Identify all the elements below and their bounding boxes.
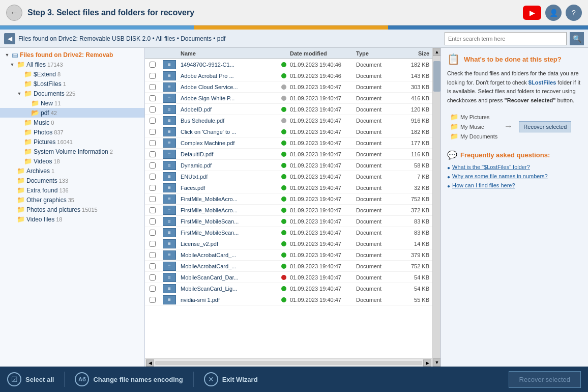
row-checkbox-11[interactable] [145,185,160,191]
row-checkbox-3[interactable] [145,95,160,101]
row-checkbox-12[interactable] [145,196,160,202]
tree-item-videofiles[interactable]: 📁 Video files 18 [0,214,144,224]
checkbox-15[interactable] [150,230,156,236]
checkbox-3[interactable] [150,95,156,101]
tree-item-music[interactable]: 📁 Music 0 [0,118,144,127]
checkbox-4[interactable] [150,106,156,113]
checkbox-6[interactable] [150,129,156,135]
row-checkbox-4[interactable] [145,106,160,113]
user-button[interactable]: 👤 [545,5,562,21]
hscroll-right-arrow[interactable]: ▶ [423,359,431,367]
row-checkbox-19[interactable] [145,274,160,281]
checkbox-11[interactable] [150,185,156,191]
checkbox-8[interactable] [150,151,156,157]
checkbox-14[interactable] [150,218,156,225]
row-checkbox-15[interactable] [145,230,160,236]
tree-expand-allfiles[interactable]: ▼ [9,62,15,67]
youtube-button[interactable] [523,6,541,20]
tree-item-othergraphics[interactable]: 📁 Other graphics 35 [0,195,144,205]
vertical-scrollbar[interactable]: ▲ ▼ [432,48,440,367]
row-file-icon-21 [160,295,179,304]
col-header-size: Size [397,50,432,57]
back-button[interactable]: ← [6,5,22,21]
exit-button[interactable]: ✕ Exit Wizard [204,372,258,386]
vscroll-up-arrow[interactable]: ▲ [433,48,440,56]
search-button[interactable]: 🔍 [570,32,584,45]
checkbox-16[interactable] [150,241,156,247]
tree-expand-documents[interactable]: ▼ [16,91,22,96]
row-checkbox-18[interactable] [145,263,160,269]
tree-root-label: Files found on Drive2: Removab [20,51,113,59]
recover-selected-diagram-button[interactable]: Recover selected [519,121,571,132]
search-input[interactable] [445,32,567,45]
hscroll-left-arrow[interactable]: ◀ [146,359,154,367]
row-checkbox-14[interactable] [145,218,160,225]
checkbox-7[interactable] [150,140,156,146]
faq-link-1[interactable]: What is the "$LostFiles" folder? [452,164,530,170]
checkbox-19[interactable] [150,274,156,281]
file-list-header: Name Date modified Type Size [145,48,432,59]
checkbox-17[interactable] [150,252,156,258]
row-checkbox-9[interactable] [145,162,160,169]
row-status-10 [278,174,290,179]
checkbox-18[interactable] [150,263,156,269]
vscroll-track[interactable] [433,56,440,358]
tree-item-sysvolinfo[interactable]: 📁 System Volume Information 2 [0,147,144,156]
row-file-icon-16 [160,239,179,248]
row-checkbox-10[interactable] [145,174,160,180]
faq-title-text: Frequently asked questions: [460,151,550,159]
row-date-1: 01.09.2023 19:40:46 [290,73,356,79]
tree-item-pictures[interactable]: 📁 Pictures 16041 [0,137,144,147]
tree-item-photospictures[interactable]: 📁 Photos and pictures 15015 [0,205,144,214]
tree-item-extend[interactable]: 📁 $Extend 8 [0,69,144,79]
row-checkbox-8[interactable] [145,151,160,157]
tree-item-extrafound[interactable]: 📁 Extra found 136 [0,185,144,195]
row-checkbox-17[interactable] [145,252,160,258]
row-checkbox-5[interactable] [145,118,160,124]
row-type-16: Document [356,241,397,247]
checkbox-21[interactable] [150,297,156,303]
encoding-button[interactable]: Aб Change file names encoding [75,372,183,386]
vscroll-down-arrow[interactable]: ▼ [433,358,440,367]
tree-item-allfiles[interactable]: ▼ 📁 All files 17143 [0,60,144,69]
tree-item-new[interactable]: 📁 New 11 [0,98,144,108]
row-checkbox-21[interactable] [145,297,160,303]
row-checkbox-7[interactable] [145,140,160,146]
checkbox-5[interactable] [150,118,156,124]
row-checkbox-20[interactable] [145,286,160,292]
faq-link-3[interactable]: How can I find files here? [452,182,515,188]
table-row: Faces.pdf 01.09.2023 19:40:47 Document 3… [145,182,432,193]
row-checkbox-6[interactable] [145,129,160,135]
tree-item-lostfiles[interactable]: 📁 $LostFiles 1 [0,79,144,89]
row-checkbox-1[interactable] [145,73,160,79]
checkbox-10[interactable] [150,174,156,180]
tree-item-documents[interactable]: ▼ 📁 Documents 225 [0,89,144,98]
checkbox-9[interactable] [150,162,156,169]
tree-item-photos[interactable]: 📁 Photos 837 [0,127,144,137]
row-size-6: 182 KB [397,129,432,135]
breadcrumb-toggle-button[interactable]: ◀ [4,33,15,44]
checkbox-13[interactable] [150,207,156,213]
tree-expand-root[interactable]: ▼ [4,52,10,58]
tree-root[interactable]: ▼ 🖴 Files found on Drive2: Removab [0,50,144,60]
checkbox-12[interactable] [150,196,156,202]
tree-item-videos[interactable]: 📁 Videos 18 [0,156,144,166]
checkbox-20[interactable] [150,286,156,292]
tree-item-archives[interactable]: 📁 Archives 1 [0,166,144,176]
checkbox-1[interactable] [150,73,156,79]
tree-item-documents2[interactable]: 📁 Documents 133 [0,176,144,185]
row-checkbox-13[interactable] [145,207,160,213]
hscroll-track[interactable] [155,361,422,365]
checkbox-0[interactable] [150,62,156,68]
help-button[interactable]: ? [566,5,582,21]
vscroll-thumb[interactable] [433,61,440,92]
faq-link-2[interactable]: Why are some file names in numbers? [452,173,548,179]
row-checkbox-2[interactable] [145,84,160,90]
row-checkbox-16[interactable] [145,241,160,247]
row-checkbox-0[interactable] [145,62,160,68]
tree-item-pdf[interactable]: 📂 pdf 42 [0,108,144,118]
checkbox-2[interactable] [150,84,156,90]
horizontal-scrollbar[interactable]: ◀ ▶ [145,358,432,367]
select-all-button[interactable]: ☑ Select all [7,372,54,386]
recover-selected-button[interactable]: Recover selected [509,371,581,388]
